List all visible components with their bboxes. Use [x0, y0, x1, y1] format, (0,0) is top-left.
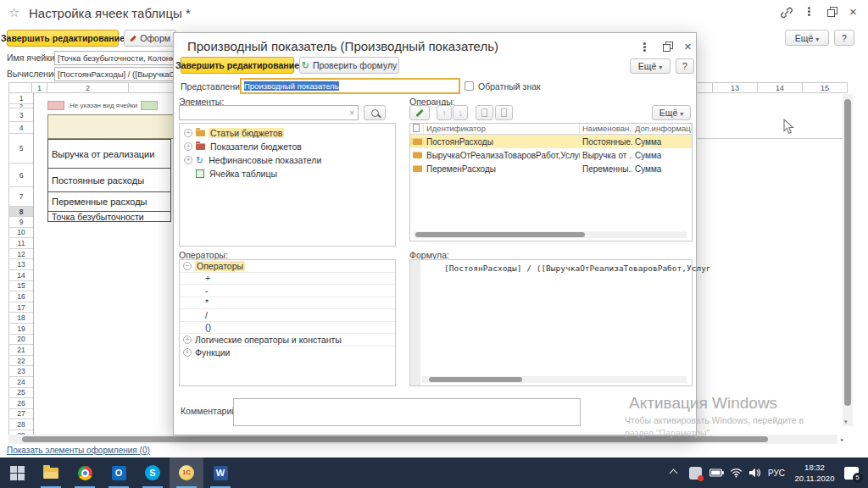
edit-operand-button[interactable] — [409, 105, 430, 120]
operator-item[interactable]: () — [180, 322, 395, 335]
operators-root-row[interactable]: − Операторы — [180, 260, 395, 273]
expand-icon[interactable]: + — [184, 156, 192, 164]
column-header-info[interactable]: Доп.информаци... — [632, 124, 692, 134]
grid-col-header[interactable]: 2 — [47, 82, 129, 93]
formula-hscrollbar[interactable] — [422, 376, 687, 383]
dialog-more-button[interactable]: Ещё — [630, 58, 670, 74]
grid-row-number[interactable]: 26 — [9, 398, 33, 409]
tree-item-table-cell[interactable]: Ячейка таблицы — [196, 169, 279, 179]
grid-row-number[interactable]: 20 — [9, 335, 33, 346]
taskbar-file-explorer[interactable] — [34, 458, 68, 488]
grid-header-band-cell[interactable] — [47, 114, 174, 139]
format-button[interactable]: Оформ — [124, 30, 176, 47]
window-restore-icon[interactable] — [827, 7, 837, 17]
search-button[interactable] — [364, 105, 386, 120]
grid-row-number[interactable]: 9 — [9, 217, 33, 228]
operand-row[interactable]: ПостоянРасходы Постоянные... Сумма — [410, 135, 692, 148]
comment-input[interactable] — [233, 398, 581, 426]
tray-expand-button[interactable] — [666, 458, 680, 488]
tray-volume[interactable] — [746, 458, 763, 488]
scroll-down-icon[interactable]: ▾ — [844, 419, 848, 425]
formula-pane[interactable]: [ПостоянРасходы] / ([ВыручкаОтРеализаТов… — [409, 259, 693, 386]
operators-root-label[interactable]: Операторы — [195, 261, 245, 271]
grid-row-number[interactable]: 13 — [9, 259, 33, 270]
taskbar-skype[interactable]: S — [136, 458, 170, 488]
expand-icon[interactable]: + — [184, 142, 192, 151]
grid-row-number[interactable]: 10 — [9, 228, 33, 239]
grid-corner-header[interactable] — [8, 82, 32, 93]
calculation-input[interactable]: [ПостоянРасходы] / ([ВыручкаОтР — [54, 67, 175, 81]
move-up-button[interactable]: ↑ — [437, 105, 452, 120]
grid-row-number[interactable]: 8 — [9, 207, 33, 217]
action-center-button[interactable]: 5 — [841, 458, 861, 488]
grid-row-number[interactable]: 4 — [9, 122, 33, 134]
ungroup-button[interactable] — [495, 105, 513, 120]
grid-row-number[interactable]: 15 — [9, 281, 33, 292]
dialog-finish-editing-button[interactable]: Завершить редактирование — [181, 57, 294, 74]
column-header-name[interactable]: Наименован... — [580, 124, 632, 134]
tree-item-label[interactable]: Нефинансовые показатели — [207, 155, 323, 165]
grid-row-number[interactable]: 11 — [9, 238, 33, 249]
column-header-id[interactable]: Идентификатор — [424, 124, 580, 134]
grid-cell[interactable]: Выручка от реализации — [47, 139, 171, 169]
finish-editing-button[interactable]: Завершить редактирование — [7, 30, 119, 47]
grid-row-number[interactable]: 27 — [9, 409, 33, 420]
grid-row-number[interactable]: 19 — [9, 324, 33, 335]
operator-item[interactable]: / — [180, 309, 395, 322]
grid-row-number[interactable]: 23 — [9, 366, 33, 377]
grid-row-number[interactable]: 25 — [9, 388, 33, 399]
operand-row[interactable]: ВыручкаОтРеализаТоваровРабот,Услуг Выруч… — [410, 148, 692, 162]
grid-cell[interactable]: Постоянные расходы — [47, 168, 171, 192]
tree-item-nonfinancial[interactable]: + ↻ Нефинансовые показатели — [184, 155, 323, 165]
favorite-star-icon[interactable]: ☆ — [8, 5, 19, 20]
taskbar-outlook[interactable]: O — [102, 458, 136, 488]
grid-row-number[interactable]: 16 — [9, 291, 33, 302]
grid-col-header[interactable] — [128, 82, 174, 93]
grid-row-number[interactable]: 5 — [9, 134, 33, 164]
dialog-menu-icon[interactable] — [643, 42, 646, 45]
grid-row-number[interactable]: 3 — [9, 108, 33, 122]
grid-cell[interactable]: Переменные расходы — [47, 191, 171, 212]
tray-battery[interactable] — [707, 458, 726, 488]
grid-col-header[interactable]: 15 — [803, 82, 848, 93]
operator-item[interactable]: + — [180, 273, 395, 286]
expand-icon[interactable]: + — [184, 129, 192, 137]
formula-text[interactable]: [ПостоянРасходы] / ([ВыручкаОтРеализаТов… — [444, 263, 711, 273]
grid-row-number[interactable]: 18 — [9, 313, 33, 324]
taskbar-chrome[interactable] — [68, 458, 102, 488]
operator-item[interactable]: * — [180, 297, 395, 310]
check-formula-button[interactable]: ↻ Проверить формулу — [299, 57, 399, 74]
main-vscrollbar[interactable] — [843, 94, 853, 426]
scroll-right-icon[interactable]: ▸ — [841, 436, 844, 443]
logical-operators-row[interactable]: + Логические операторы и константы — [180, 334, 395, 347]
elements-search-input[interactable]: × — [179, 105, 359, 120]
grid-row-number[interactable]: 28 — [9, 419, 33, 430]
main-more-button[interactable]: Ещё — [785, 30, 829, 46]
dialog-help-button[interactable]: ? — [676, 58, 694, 74]
grid-cell[interactable]: Точка безубыточности — [47, 211, 171, 222]
grid-row-number[interactable]: 24 — [9, 377, 33, 388]
tree-item-label[interactable]: Ячейка таблицы — [208, 169, 279, 179]
grid-row-number[interactable]: 17 — [9, 302, 33, 313]
tree-item-budget-indicators[interactable]: + Показатели бюджетов — [184, 141, 303, 152]
tree-item-budget-articles[interactable]: + Статьи бюджетов — [184, 128, 284, 138]
grid-col-header[interactable]: 1 — [31, 82, 47, 93]
link-icon[interactable] — [780, 6, 793, 23]
main-help-button[interactable]: ? — [834, 30, 854, 46]
inverse-sign-checkbox[interactable] — [465, 81, 474, 91]
tree-item-label[interactable]: Показатели бюджетов — [209, 141, 303, 152]
grid-row-number[interactable]: 1 — [9, 93, 33, 104]
taskbar-1c-active[interactable]: 1С — [170, 458, 203, 488]
operator-item[interactable]: - — [180, 285, 395, 297]
grid-row-number[interactable]: 22 — [9, 356, 33, 367]
window-menu-icon[interactable] — [808, 7, 810, 9]
taskbar-word[interactable]: W — [203, 458, 237, 488]
operand-row[interactable]: ПеременРасходы Переменны... Сумма — [410, 162, 692, 175]
grid-col-header[interactable]: 14 — [758, 82, 803, 93]
grid-row-number[interactable]: 14 — [9, 270, 33, 281]
tree-item-label[interactable]: Статьи бюджетов — [209, 128, 284, 138]
grid-row-number[interactable]: 6 — [9, 164, 33, 187]
search-clear-icon[interactable]: × — [349, 108, 354, 119]
move-down-button[interactable]: ↓ — [453, 105, 468, 120]
expand-icon[interactable]: + — [183, 348, 192, 357]
